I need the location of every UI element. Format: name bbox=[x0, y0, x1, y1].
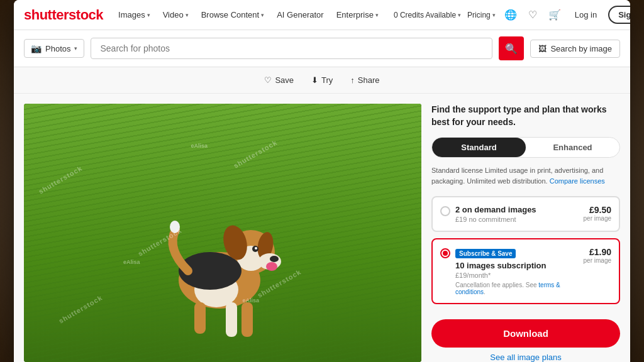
svg-point-11 bbox=[255, 247, 257, 250]
license-toggle: Standard Enhanced bbox=[431, 137, 620, 158]
terms-link[interactable]: terms & conditions bbox=[455, 282, 560, 295]
navbar: shutterstock Images ▾ Video ▾ Browse Con… bbox=[14, 0, 630, 30]
search-input[interactable] bbox=[91, 38, 492, 59]
search-by-image-button[interactable]: 🖼 Search by image bbox=[530, 40, 620, 58]
svg-rect-13 bbox=[242, 302, 253, 337]
actions-bar: ♡ Save ⬇ Try ↑ Share bbox=[14, 67, 630, 94]
chevron-down-icon: ▾ bbox=[492, 12, 496, 18]
license-description: Standard license Limited usage in print,… bbox=[431, 165, 620, 186]
svg-rect-14 bbox=[194, 302, 206, 334]
chevron-down-icon: ▾ bbox=[375, 12, 379, 18]
ealisa-2: eAlisa bbox=[123, 259, 140, 265]
try-button[interactable]: ⬇ Try bbox=[305, 72, 339, 88]
logo[interactable]: shutterstock bbox=[24, 7, 103, 23]
browser-window: shutterstock Images ▾ Video ▾ Browse Con… bbox=[14, 0, 630, 362]
save-button[interactable]: ♡ Save bbox=[258, 72, 300, 88]
share-button[interactable]: ↑ Share bbox=[344, 72, 386, 88]
chevron-down-icon: ▾ bbox=[186, 12, 189, 18]
chevron-down-icon: ▾ bbox=[261, 12, 264, 18]
login-button[interactable]: Log in bbox=[570, 8, 602, 22]
nav-ai[interactable]: AI Generator bbox=[272, 8, 328, 22]
compare-licenses-link[interactable]: Compare licenses bbox=[550, 177, 605, 185]
search-input-wrap bbox=[91, 38, 492, 59]
nav-right: 0 Credits Available ▾ Pricing ▾ 🌐 ♡ 🛒 Lo… bbox=[394, 6, 630, 24]
download-button[interactable]: Download bbox=[431, 319, 620, 348]
nav-browse[interactable]: Browse Content ▾ bbox=[196, 8, 270, 22]
svg-point-9 bbox=[266, 262, 277, 271]
nav-video[interactable]: Video ▾ bbox=[158, 8, 194, 22]
search-icon: 🔍 bbox=[505, 43, 518, 55]
standard-license-button[interactable]: Standard bbox=[432, 138, 526, 157]
main-image: shutterstock shutterstock shutterstock s… bbox=[24, 104, 421, 362]
pricing-button[interactable]: Pricing ▾ bbox=[467, 11, 496, 19]
nav-images[interactable]: Images ▾ bbox=[113, 8, 155, 22]
image-search-icon: 🖼 bbox=[538, 44, 547, 53]
right-panel: Find the support type and plan that work… bbox=[431, 104, 620, 362]
svg-point-8 bbox=[270, 256, 279, 262]
search-bar: 📷 Photos ▾ 🔍 🖼 Search by image bbox=[14, 30, 630, 67]
dog-silhouette bbox=[153, 180, 292, 343]
signup-button[interactable]: Sign up bbox=[608, 6, 630, 24]
svg-rect-12 bbox=[226, 302, 237, 337]
panel-title: Find the support type and plan that work… bbox=[431, 104, 620, 128]
ealisa-3: eAlisa bbox=[243, 297, 260, 304]
svg-point-15 bbox=[170, 221, 180, 233]
main-content: shutterstock shutterstock shutterstock s… bbox=[14, 94, 630, 362]
on-demand-radio[interactable] bbox=[440, 206, 450, 216]
heart-icon[interactable]: ♡ bbox=[526, 6, 540, 23]
enhanced-license-button[interactable]: Enhanced bbox=[526, 138, 619, 157]
chevron-down-icon: ▾ bbox=[147, 12, 150, 18]
on-demand-plan[interactable]: 2 on demand images £19 no commitment £9.… bbox=[431, 196, 620, 232]
ealisa-1: eAlisa bbox=[191, 143, 208, 149]
logo-black: ock bbox=[80, 7, 103, 23]
chevron-down-icon: ▾ bbox=[458, 12, 461, 18]
share-icon: ↑ bbox=[350, 75, 355, 85]
search-button[interactable]: 🔍 bbox=[499, 36, 524, 60]
nav-links: Images ▾ Video ▾ Browse Content ▾ AI Gen… bbox=[113, 8, 384, 22]
subscription-radio[interactable] bbox=[440, 248, 450, 258]
category-selector[interactable]: 📷 Photos ▾ bbox=[24, 39, 84, 58]
see-all-plans-link[interactable]: See all image plans bbox=[431, 353, 620, 362]
cart-icon[interactable]: 🛒 bbox=[546, 6, 564, 23]
camera-icon: 📷 bbox=[31, 43, 42, 53]
globe-icon[interactable]: 🌐 bbox=[502, 6, 519, 23]
nav-enterprise[interactable]: Enterprise ▾ bbox=[331, 8, 384, 22]
heart-icon: ♡ bbox=[264, 75, 272, 85]
subscription-plan[interactable]: Subscribe & Save 10 images subscription … bbox=[431, 238, 620, 304]
logo-red: shutterst bbox=[24, 7, 80, 23]
credits-button[interactable]: 0 Credits Available ▾ bbox=[394, 11, 461, 19]
chevron-down-icon: ▾ bbox=[74, 45, 77, 52]
download-icon: ⬇ bbox=[311, 75, 318, 85]
dog-photo: shutterstock shutterstock shutterstock s… bbox=[24, 104, 421, 362]
